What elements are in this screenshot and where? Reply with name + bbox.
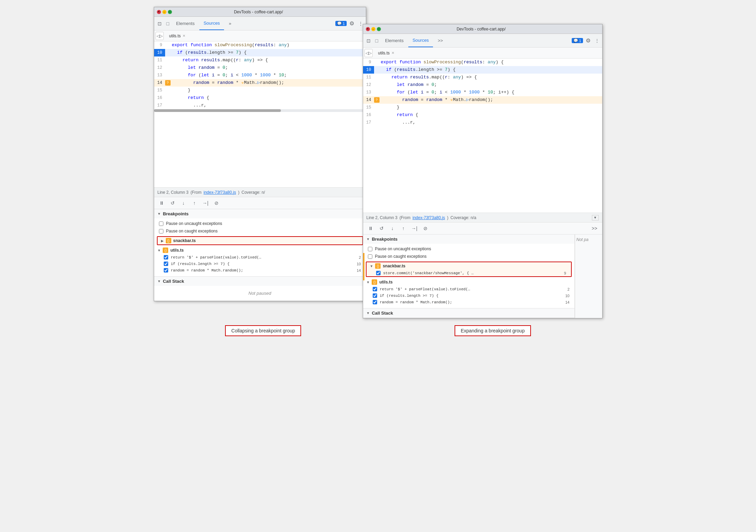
snackbar-name-2: snackbar.ts [383, 264, 405, 268]
bp-item-1-checkbox-2[interactable] [373, 287, 377, 291]
chat-badge-2[interactable]: 💬 1 [572, 38, 583, 43]
code-content-14-1: random = random * ☣Math.▷random(); [171, 79, 284, 87]
pause-uncaught-label-1: Pause on uncaught exceptions [166, 221, 222, 226]
settings-icon-2[interactable]: ⚙ [584, 37, 593, 44]
scroll-thumb-1[interactable] [154, 109, 281, 112]
tab-more-1[interactable]: » [225, 17, 235, 30]
bp-item-snackbar-checkbox-2[interactable] [376, 271, 381, 275]
pause-uncaught-checkbox-2[interactable] [368, 247, 372, 251]
device-icon-2[interactable]: □ [373, 38, 380, 43]
device-icon[interactable]: □ [164, 21, 171, 26]
settings-icon-1[interactable]: ⚙ [347, 20, 356, 27]
window-controls-2[interactable]: ✕ – □ [366, 27, 381, 31]
chat-icon-1: 💬 [337, 21, 342, 26]
bp-item-1-1: return '$' + parseFloat(value).toFixed(…… [154, 254, 366, 261]
line-num-9-2: 9 [363, 59, 374, 66]
tab-sources-2[interactable]: Sources [408, 34, 433, 47]
line-num-11-2: 11 [363, 74, 374, 81]
maximize-button-1[interactable]: □ [168, 10, 172, 14]
tab-elements-2[interactable]: Elements [381, 34, 408, 47]
inspect-icon-2[interactable]: ⊡ [364, 38, 373, 43]
bp-item-3-line-2: 14 [565, 300, 569, 304]
utils-icon-1: {} [163, 248, 168, 253]
deactivate-btn-1[interactable]: ⊘ [212, 198, 221, 208]
pause-caught-label-1: Pause on caught exceptions [166, 229, 218, 233]
minimize-button-1[interactable]: – [162, 10, 166, 14]
step-into-btn-2[interactable]: ↓ [388, 224, 397, 233]
file-tab-utils-2[interactable]: utils.ts ✕ [375, 48, 398, 58]
breakpoints-area-2: ▼ Breakpoints Pause on uncaught exceptio… [363, 235, 602, 318]
bp-item-2-code-2: if (results.length >= 7) { [380, 294, 563, 298]
chat-badge-1[interactable]: 💬 1 [335, 21, 346, 26]
minimize-button-2[interactable]: – [371, 27, 375, 31]
tab-elements-1[interactable]: Elements [172, 17, 199, 30]
continue-btn-2[interactable]: →| [410, 224, 419, 233]
pause-caught-checkbox-2[interactable] [368, 254, 372, 259]
pause-btn-1[interactable]: ⏸ [157, 198, 166, 208]
close-button-2[interactable]: ✕ [366, 27, 370, 31]
bp-item-2-1: if (results.length >= 7) { 10 [154, 261, 366, 267]
more-icon-2[interactable]: ⋮ [593, 38, 601, 43]
call-stack-label-1: Call Stack [163, 279, 184, 284]
step-over-btn-1[interactable]: ↺ [168, 198, 177, 208]
bp-item-2-checkbox-2[interactable] [373, 293, 377, 298]
bp-item-2-2: if (results.length >= 7) { 10 [363, 292, 574, 299]
pause-uncaught-checkbox-1[interactable] [159, 221, 163, 226]
bp-item-2-line-1: 10 [357, 262, 361, 266]
breakpoints-label-1: Breakpoints [163, 211, 188, 216]
window-controls-1[interactable]: ✕ – □ [157, 10, 172, 14]
sidebar-toggle-1[interactable]: ◁▷ [156, 32, 164, 40]
sidebar-toggle-2[interactable]: ◁▷ [364, 49, 373, 57]
bp-group-snackbar-header-1[interactable]: ▶ {} snackbar.ts [158, 237, 362, 244]
scroll-bar-1[interactable] [154, 109, 366, 112]
bp-group-utils-header-1[interactable]: ▼ {} utils.ts [154, 246, 366, 254]
deactivate-btn-2[interactable]: ⊘ [421, 224, 430, 233]
more-debugger-btn-2[interactable]: >> [590, 224, 599, 233]
bp-item-3-checkbox-1[interactable] [164, 268, 168, 273]
line-num-10-2: 10 [363, 66, 374, 74]
code-area-2: 9 export function slowProcessing(results… [363, 59, 602, 213]
bp-item-2-checkbox-1[interactable] [164, 262, 168, 266]
source-link-2[interactable]: index-73f73a80.js [412, 215, 445, 220]
call-stack-header-1[interactable]: ▼ Call Stack [154, 277, 366, 286]
code-line-9-2: 9 export function slowProcessing(results… [363, 59, 602, 66]
bp-group-utils-header-2[interactable]: ▼ {} utils.ts [363, 278, 574, 286]
bp-group-snackbar-2: ▼ {} snackbar.ts store.commit('snackbar/… [366, 262, 572, 277]
bp-gutter-14-2[interactable]: ? [374, 97, 380, 103]
file-close-2[interactable]: ✕ [392, 51, 394, 55]
bp-item-3-checkbox-2[interactable] [373, 300, 377, 304]
bp-item-1-checkbox-1[interactable] [164, 255, 168, 259]
continue-btn-1[interactable]: →| [201, 198, 210, 208]
utils-expand-arrow-1: ▼ [158, 249, 161, 252]
breakpoints-header-1[interactable]: ▼ Breakpoints [154, 209, 366, 218]
close-button-1[interactable]: ✕ [157, 10, 161, 14]
bp-gutter-14-1[interactable]: ? [165, 80, 171, 86]
collapse-panel-btn[interactable]: ▼ [592, 215, 599, 220]
line-col-1: Line 2, Column 3 [158, 190, 189, 195]
step-into-btn-1[interactable]: ↓ [179, 198, 188, 208]
breakpoints-header-2[interactable]: ▼ Breakpoints [363, 235, 574, 244]
pause-btn-2[interactable]: ⏸ [366, 224, 375, 233]
pause-caught-checkbox-1[interactable] [159, 229, 163, 233]
breakpoint-warning-2: ? [374, 97, 380, 103]
tab-sources-1[interactable]: Sources [199, 17, 224, 30]
call-stack-header-2[interactable]: ▼ Call Stack [363, 308, 574, 318]
file-tab-utils-1[interactable]: utils.ts ✕ [166, 30, 189, 41]
line-num-12-2: 12 [363, 81, 374, 89]
bp-item-snackbar-line-2: 9 [564, 271, 566, 275]
step-out-btn-1[interactable]: ↑ [190, 198, 199, 208]
bp-group-snackbar-header-2[interactable]: ▼ {} snackbar.ts [367, 262, 571, 270]
debug-toolbar-1: ⏸ ↺ ↓ ↑ →| ⊘ [154, 197, 366, 209]
step-over-btn-2[interactable]: ↺ [377, 224, 386, 233]
bp-item-3-1: random = random * Math.random(); 14 [154, 267, 366, 274]
inspect-icon[interactable]: ⊡ [156, 21, 164, 26]
maximize-button-2[interactable]: □ [377, 27, 381, 31]
code-content-14-2: random = random * ☣Math.▷random(); [380, 96, 493, 104]
line-num-14-2: 14 [363, 96, 374, 104]
file-close-1[interactable]: ✕ [183, 34, 185, 38]
step-out-btn-2[interactable]: ↑ [399, 224, 408, 233]
utils-expand-arrow-2: ▼ [367, 280, 370, 284]
tab-more-2[interactable]: >> [434, 34, 447, 47]
coverage-text-2: Coverage: n/a [450, 215, 476, 220]
source-link-1[interactable]: index-73f73a80.js [203, 190, 236, 195]
